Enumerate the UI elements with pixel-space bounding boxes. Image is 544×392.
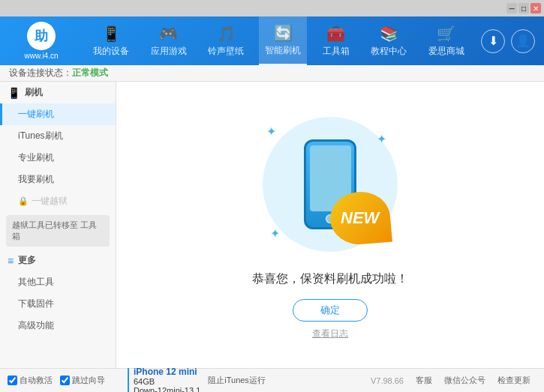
- bottom-right: V7.98.66 客服 微信公众号 检查更新: [365, 375, 536, 386]
- download-btn[interactable]: ⬇: [481, 29, 505, 53]
- flash-icon: 🔄: [274, 24, 293, 42]
- status-value: 正常模式: [72, 67, 108, 79]
- nav-tutorials[interactable]: 📚 教程中心: [365, 16, 413, 65]
- my-device-icon: 📱: [102, 25, 121, 43]
- customer-service-link[interactable]: 客服: [416, 375, 432, 386]
- apps-icon: 🎮: [159, 25, 178, 43]
- log-link[interactable]: 查看日志: [312, 328, 348, 340]
- new-badge-text: NEW: [341, 208, 379, 228]
- sidebar: 📱 刷机 一键刷机 iTunes刷机 专业刷机 我要刷机 🔒 一键越狱 越狱工具…: [0, 82, 116, 368]
- device-storage: 64GB: [134, 377, 200, 386]
- check-update-link[interactable]: 检查更新: [497, 375, 530, 386]
- status-bar: 设备连接状态： 正常模式: [0, 65, 544, 82]
- bottom-left: 自动救活 跳过向导: [8, 375, 128, 386]
- wechat-link[interactable]: 微信公众号: [444, 375, 485, 386]
- version-text: V7.98.66: [371, 376, 404, 385]
- bottom-center: 阻止iTunes运行: [200, 375, 365, 386]
- bottom-bar: 自动救活 跳过向导 iPhone 12 mini 64GB Down-12min…: [0, 368, 544, 392]
- flash-section-label: 刷机: [25, 86, 43, 99]
- title-bar: ─ □ ✕: [0, 0, 544, 16]
- skip-guide-checkbox[interactable]: 跳过向导: [60, 375, 105, 386]
- toolbox-icon: 🧰: [326, 25, 345, 43]
- maximize-btn[interactable]: □: [518, 3, 529, 13]
- top-nav: 助 www.i4.cn 📱 我的设备 🎮 应用游戏 🎵 铃声壁纸 🔄 智能刷机 …: [0, 16, 544, 65]
- logo-subtext: www.i4.cn: [24, 52, 58, 60]
- nav-my-device[interactable]: 📱 我的设备: [87, 16, 135, 65]
- lock-icon: 🔒: [18, 196, 29, 206]
- sparkle-3: ✦: [270, 226, 280, 241]
- nav-shop[interactable]: 🛒 爱思商城: [422, 16, 470, 65]
- nav-flash[interactable]: 🔄 智能刷机: [259, 16, 307, 65]
- sidebar-notice: 越狱工具已转移至 工具箱: [6, 215, 110, 247]
- content-area: ✦ ✦ ✦ NEW 恭喜您，保资料刷机成功啦！ 确定 查看日志: [116, 82, 544, 368]
- stop-itunes-label[interactable]: 阻止iTunes运行: [200, 376, 266, 385]
- auto-rescue-checkbox[interactable]: 自动救活: [8, 375, 53, 386]
- nav-ringtones[interactable]: 🎵 铃声壁纸: [202, 16, 250, 65]
- device-version: Down-12mini-13,1: [134, 386, 200, 393]
- more-section-icon: ≡: [8, 255, 14, 267]
- skip-guide-input[interactable]: [60, 376, 70, 385]
- logo-area: 助 www.i4.cn: [0, 16, 83, 66]
- nav-toolbox[interactable]: 🧰 工具箱: [317, 16, 356, 65]
- sparkle-1: ✦: [266, 124, 276, 139]
- sidebar-item-download-fw[interactable]: 下载固件: [0, 293, 116, 315]
- nav-apps[interactable]: 🎮 应用游戏: [145, 16, 193, 65]
- sidebar-item-onekey[interactable]: 一键刷机: [0, 103, 116, 125]
- nav-right-actions: ⬇ 👤: [475, 29, 544, 53]
- phone-illustration: ✦ ✦ ✦ NEW: [255, 109, 405, 259]
- close-btn[interactable]: ✕: [530, 3, 541, 13]
- sidebar-item-advanced[interactable]: 高级功能: [0, 315, 116, 337]
- success-text: 恭喜您，保资料刷机成功啦！: [252, 271, 408, 287]
- ringtones-icon: 🎵: [217, 25, 236, 43]
- status-prefix: 设备连接状态：: [9, 67, 72, 79]
- success-content: ✦ ✦ ✦ NEW 恭喜您，保资料刷机成功啦！ 确定 查看日志: [252, 109, 408, 340]
- tutorials-icon: 📚: [380, 25, 398, 43]
- sidebar-item-itunes[interactable]: iTunes刷机: [0, 125, 116, 147]
- sidebar-item-pro[interactable]: 专业刷机: [0, 147, 116, 169]
- user-btn[interactable]: 👤: [511, 29, 535, 53]
- bottom-device-info: iPhone 12 mini 64GB Down-12mini-13,1: [128, 367, 200, 393]
- shop-icon: 🛒: [437, 25, 455, 43]
- sidebar-item-myflash[interactable]: 我要刷机: [0, 169, 116, 190]
- flash-section-icon: 📱: [8, 87, 20, 99]
- auto-rescue-input[interactable]: [8, 376, 17, 385]
- sidebar-item-other-tools[interactable]: 其他工具: [0, 271, 116, 293]
- sidebar-item-jailbreak: 🔒 一键越狱: [0, 190, 116, 212]
- minimize-btn[interactable]: ─: [506, 3, 517, 13]
- sidebar-section-more: ≡ 更多: [0, 250, 116, 271]
- confirm-button[interactable]: 确定: [293, 299, 368, 322]
- sparkle-2: ✦: [377, 132, 386, 146]
- logo-icon: 助: [27, 22, 56, 50]
- sidebar-section-flash: 📱 刷机: [0, 82, 116, 103]
- nav-items: 📱 我的设备 🎮 应用游戏 🎵 铃声壁纸 🔄 智能刷机 🧰 工具箱 📚 教程中心…: [83, 16, 475, 65]
- main-layout: 📱 刷机 一键刷机 iTunes刷机 专业刷机 我要刷机 🔒 一键越狱 越狱工具…: [0, 82, 544, 368]
- more-section-label: 更多: [18, 254, 36, 267]
